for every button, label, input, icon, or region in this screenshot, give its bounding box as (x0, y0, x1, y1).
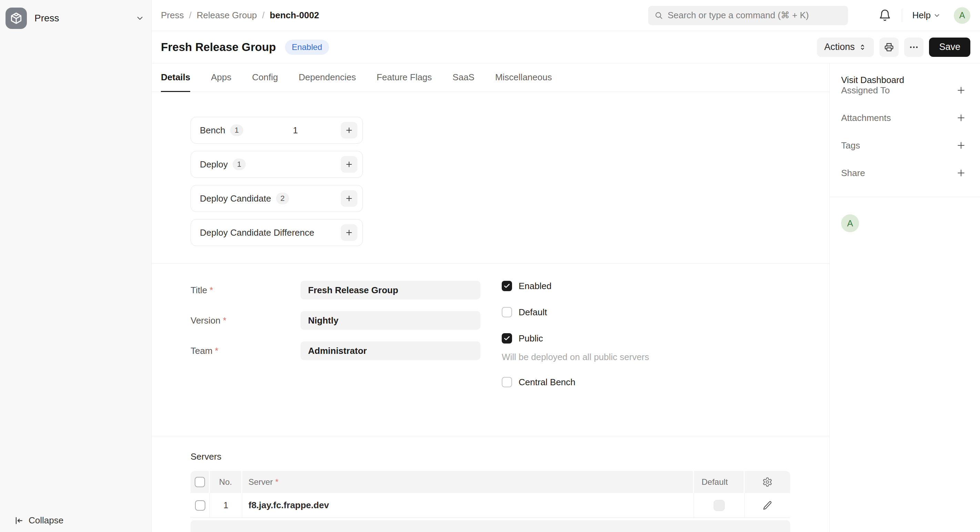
default-checkbox[interactable] (502, 307, 512, 318)
app-switcher[interactable]: Press (5, 8, 145, 29)
tab-apps[interactable]: Apps (211, 64, 231, 92)
document-sidebar: Visit Dashboard Assigned To Attachments … (829, 64, 980, 532)
title-input[interactable]: Fresh Release Group (301, 281, 480, 299)
table-row[interactable]: 1 f8.jay.fc.frappe.dev (191, 493, 790, 518)
link-label: Bench (200, 125, 225, 136)
tab-config[interactable]: Config (252, 64, 278, 92)
tab-details[interactable]: Details (161, 64, 190, 92)
breadcrumb-press[interactable]: Press (161, 10, 184, 21)
print-button[interactable] (880, 38, 899, 57)
chevrons-up-down-icon (858, 43, 867, 51)
form-fields: Title* Fresh Release Group Version* Nigh… (191, 281, 480, 403)
add-bench-button[interactable] (341, 122, 357, 138)
field-label: Team* (191, 346, 301, 356)
details-form: Title* Fresh Release Group Version* Nigh… (152, 264, 829, 436)
tab-saas[interactable]: SaaS (452, 64, 474, 92)
add-assignment-button[interactable] (956, 85, 966, 95)
check-icon (503, 335, 510, 342)
page-title: Fresh Release Group (161, 41, 276, 54)
seen-by-avatar[interactable]: A (841, 214, 859, 232)
enabled-checkbox[interactable] (502, 281, 512, 291)
plus-icon (956, 113, 966, 123)
attachments-section: Attachments (841, 113, 966, 123)
field-title: Title* Fresh Release Group (191, 281, 480, 299)
central-bench-checkbox[interactable] (502, 377, 512, 387)
select-all-checkbox[interactable] (195, 477, 205, 487)
notifications-button[interactable] (878, 9, 891, 22)
search-input[interactable] (668, 10, 842, 21)
version-input[interactable]: Nightly (301, 311, 480, 330)
save-button[interactable]: Save (929, 38, 970, 57)
breadcrumb: Press / Release Group / bench-0002 (161, 10, 319, 21)
count-badge: 2 (276, 193, 289, 204)
add-deploy-button[interactable] (341, 156, 357, 173)
form-checkboxes: Enabled Default Public (502, 281, 649, 403)
help-menu[interactable]: Help (912, 10, 941, 21)
required-marker: * (210, 285, 213, 295)
team-input[interactable]: Administrator (301, 341, 480, 360)
column-header-no: No. (210, 471, 242, 493)
add-share-button[interactable] (956, 168, 966, 178)
tab-feature-flags[interactable]: Feature Flags (377, 64, 432, 92)
edit-row-button[interactable] (762, 500, 773, 511)
breadcrumb-release-group[interactable]: Release Group (197, 10, 257, 21)
plus-icon (956, 140, 966, 151)
checkbox-label: Enabled (519, 281, 551, 292)
checkbox-label: Public (519, 333, 543, 344)
tab-dependencies[interactable]: Dependencies (299, 64, 356, 92)
gear-icon (762, 477, 773, 487)
tab-miscellaneous[interactable]: Miscellaneous (495, 64, 552, 92)
link-card-bench[interactable]: Bench 1 1 (191, 117, 363, 144)
plus-icon (345, 126, 353, 135)
enabled-checkbox-row[interactable]: Enabled (502, 281, 649, 291)
add-deploy-candidate-button[interactable] (341, 190, 357, 207)
global-search[interactable] (648, 6, 848, 25)
table-settings-cell (745, 471, 790, 493)
row-default-cell (694, 493, 745, 518)
tags-section: Tags (841, 140, 966, 151)
more-options-button[interactable] (904, 38, 923, 57)
tab-bar: Details Apps Config Dependencies Feature… (152, 64, 829, 92)
add-attachment-button[interactable] (956, 113, 966, 123)
add-deploy-candidate-difference-button[interactable] (341, 224, 357, 241)
topbar: Press / Release Group / bench-0002 Help … (152, 0, 980, 31)
table-header: No. Server* Default (191, 471, 790, 493)
default-row-checkbox[interactable] (714, 500, 725, 511)
row-checkbox[interactable] (195, 500, 205, 511)
public-checkbox[interactable] (502, 333, 512, 343)
main-column: Details Apps Config Dependencies Feature… (152, 64, 829, 532)
check-icon (503, 283, 510, 289)
link-card-deploy-candidate[interactable]: Deploy Candidate 2 (191, 185, 363, 212)
connections-section: Bench 1 1 Deploy 1 (152, 92, 829, 263)
checkbox-label: Central Bench (519, 377, 576, 387)
visit-dashboard-link[interactable]: Visit Dashboard (841, 75, 966, 85)
collapse-sidebar-button[interactable]: Collapse (14, 515, 64, 526)
link-label: Deploy Candidate Difference (200, 227, 314, 238)
chevron-down-icon (933, 12, 941, 19)
public-checkbox-row[interactable]: Public (502, 333, 649, 343)
row-checkbox-cell (191, 493, 210, 518)
field-label: Title* (191, 285, 301, 295)
share-label: Share (841, 168, 865, 178)
link-label: Deploy Candidate (200, 193, 271, 204)
share-section: Share (841, 168, 966, 178)
public-help-text: Will be deployed on all public servers (502, 352, 649, 362)
plus-icon (345, 194, 353, 203)
central-bench-checkbox-row[interactable]: Central Bench (502, 377, 649, 387)
link-card-deploy-candidate-difference[interactable]: Deploy Candidate Difference (191, 219, 363, 246)
default-checkbox-row[interactable]: Default (502, 307, 649, 318)
assigned-to-section: Assigned To (841, 85, 966, 95)
user-avatar[interactable]: A (954, 7, 970, 24)
link-value: 1 (293, 125, 298, 136)
actions-button[interactable]: Actions (817, 38, 874, 57)
plus-icon (956, 85, 966, 95)
plus-icon (956, 168, 966, 178)
count-badge: 1 (230, 124, 243, 136)
field-team: Team* Administrator (191, 341, 480, 360)
row-edit-cell (745, 493, 790, 518)
link-card-deploy[interactable]: Deploy 1 (191, 151, 363, 178)
bell-icon (878, 9, 891, 22)
help-label: Help (912, 10, 931, 21)
add-tag-button[interactable] (956, 140, 966, 151)
table-settings-button[interactable] (762, 477, 773, 487)
